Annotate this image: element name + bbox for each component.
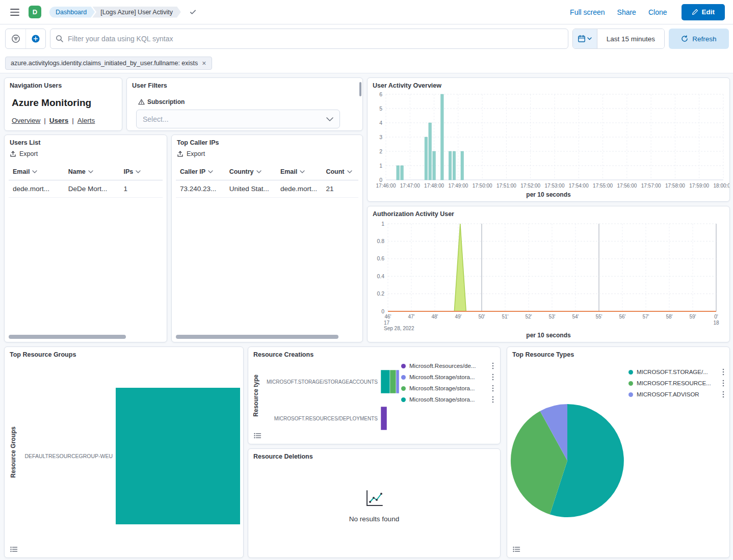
time-range-button[interactable]: Last 15 minutes — [597, 29, 664, 48]
space-avatar[interactable]: D — [29, 6, 41, 18]
svg-text:50': 50' — [478, 314, 485, 319]
legend-toggle-button[interactable] — [9, 544, 19, 554]
share-link[interactable]: Share — [617, 8, 636, 16]
column-header-caller-ip[interactable]: Caller IP — [176, 164, 225, 180]
svg-text:17:52:00: 17:52:00 — [520, 183, 540, 189]
list-icon — [10, 546, 17, 552]
panel-title: Top Resource Groups — [10, 351, 76, 358]
column-header-name[interactable]: Name — [64, 164, 120, 180]
calendar-icon — [578, 35, 586, 43]
svg-text:17:49:00: 17:49:00 — [448, 183, 468, 189]
svg-text:17:57:00: 17:57:00 — [641, 183, 661, 189]
kebab-menu-icon[interactable] — [722, 380, 724, 387]
legend-item[interactable]: Microsoft.Storage/stora... — [401, 374, 494, 381]
nav-link-overview[interactable]: Overview — [12, 117, 40, 124]
kql-search-input[interactable] — [68, 35, 563, 43]
kebab-menu-icon[interactable] — [492, 385, 494, 392]
export-label: Export — [187, 150, 205, 157]
chart-legend: Microsoft.Resources/de... Microsoft.Stor… — [401, 362, 494, 403]
fullscreen-link[interactable]: Full screen — [570, 8, 605, 16]
authorization-activity-chart[interactable]: 46'47'48'49'50'51'52'53'54'55'56'57'58'5… — [371, 219, 727, 332]
legend-toggle-button[interactable] — [511, 544, 521, 554]
table-cell: 21 — [322, 180, 358, 198]
panel-title: Resource Deletions — [253, 453, 313, 460]
panel-title: Navigation Users — [10, 82, 62, 89]
horizontal-scrollbar[interactable] — [176, 335, 358, 339]
horizontal-scrollbar[interactable] — [9, 335, 163, 339]
svg-text:17:58:00: 17:58:00 — [665, 183, 685, 189]
clone-link[interactable]: Clone — [648, 8, 667, 16]
column-header-country[interactable]: Country — [225, 164, 276, 180]
kebab-menu-icon[interactable] — [722, 368, 724, 376]
svg-text:52': 52' — [525, 314, 532, 319]
refresh-button[interactable]: Refresh — [669, 29, 729, 49]
column-header-email[interactable]: Email — [276, 164, 322, 180]
table-row[interactable]: 73.240.23... United Stat... dede.mort...… — [176, 180, 358, 198]
edit-button[interactable]: Edit — [682, 4, 725, 20]
legend-label: MICROSOFT.ADVISOR — [637, 391, 699, 397]
chevron-down-icon — [136, 170, 141, 173]
filter-pill-label: azure.activitylogs.identity.claims_initi… — [11, 60, 198, 67]
panel-authorization-activity: Authorization Activity User 46'47'48'49'… — [367, 206, 730, 342]
legend-item[interactable]: MICROSOFT.RESOURCE... — [629, 380, 724, 387]
panel-title: Users List — [10, 139, 40, 146]
kebab-menu-icon[interactable] — [492, 374, 494, 381]
time-picker-button[interactable] — [573, 29, 597, 48]
kibana-dashboard-app: D Dashboard [Logs Azure] User Activity F… — [0, 0, 733, 560]
scrollbar-thumb[interactable] — [176, 335, 338, 339]
filter-pill[interactable]: azure.activitylogs.identity.claims_initi… — [5, 57, 212, 70]
svg-text:17:48:00: 17:48:00 — [424, 183, 444, 189]
nav-link-alerts[interactable]: Alerts — [77, 117, 95, 124]
remove-filter-icon[interactable]: × — [202, 60, 206, 67]
legend-label: Microsoft.Storage/stora... — [409, 385, 475, 391]
table-row[interactable]: dede.mort... DeDe Mort... 1 — [9, 180, 163, 198]
svg-text:1: 1 — [379, 163, 382, 169]
check-icon — [189, 8, 197, 16]
export-button[interactable]: Export — [177, 150, 205, 157]
svg-text:17:50:00: 17:50:00 — [473, 183, 492, 189]
top-resource-groups-chart[interactable]: DEFAULTRESOURCEGROUP-WEU — [10, 361, 240, 551]
svg-text:54': 54' — [572, 314, 579, 319]
add-filter-button[interactable] — [25, 29, 45, 48]
no-results: No results found — [248, 489, 500, 523]
legend-dot — [629, 381, 633, 386]
svg-text:6: 6 — [379, 91, 382, 97]
legend-item[interactable]: Microsoft.Storage/stora... — [401, 396, 494, 403]
subscription-select[interactable]: Select... — [136, 110, 340, 128]
vertical-scrollbar[interactable] — [359, 82, 361, 96]
kebab-menu-icon[interactable] — [492, 396, 494, 403]
breadcrumb-dashboard[interactable]: Dashboard — [49, 7, 95, 18]
kql-search[interactable] — [50, 29, 568, 49]
legend-item[interactable]: MICROSOFT.STORAGE/... — [629, 368, 724, 376]
panel-user-activity-overview: User Activity Overview 17:46:0017:47:001… — [367, 77, 730, 202]
nav-link-users[interactable]: Users — [49, 117, 69, 124]
saved-query-menu-button[interactable] — [6, 29, 25, 48]
legend-toggle-button[interactable] — [252, 431, 263, 441]
pencil-icon — [692, 9, 698, 15]
filter-icon — [11, 34, 20, 43]
menu-button[interactable] — [8, 6, 21, 19]
time-range-label: Last 15 minutes — [607, 35, 655, 43]
kebab-menu-icon[interactable] — [722, 391, 724, 398]
chevron-down-icon — [208, 170, 213, 173]
column-header-email[interactable]: Email — [9, 164, 64, 180]
legend-item[interactable]: Microsoft.Resources/de... — [401, 362, 494, 369]
export-button[interactable]: Export — [10, 150, 38, 157]
user-activity-overview-chart[interactable]: 17:46:0017:47:0017:48:0017:49:0017:50:00… — [371, 90, 727, 191]
top-header: D Dashboard [Logs Azure] User Activity F… — [0, 0, 733, 24]
no-results-text: No results found — [349, 515, 399, 523]
svg-text:18: 18 — [713, 320, 719, 326]
column-header-count[interactable]: Count — [322, 164, 358, 180]
table-cell: United Stat... — [225, 180, 276, 198]
panel-top-resource-groups: Top Resource Groups Resource Groups DEFA… — [4, 346, 244, 558]
legend-item[interactable]: MICROSOFT.ADVISOR — [629, 391, 724, 398]
svg-text:48': 48' — [431, 314, 438, 319]
svg-text:58': 58' — [666, 314, 672, 319]
legend-item[interactable]: Microsoft.Storage/stora... — [401, 385, 494, 392]
separator: | — [44, 117, 46, 124]
column-header-ips[interactable]: IPs — [119, 164, 163, 180]
svg-text:0.4: 0.4 — [377, 273, 384, 279]
chart-empty-icon — [363, 489, 385, 508]
kebab-menu-icon[interactable] — [492, 362, 494, 369]
scrollbar-thumb[interactable] — [9, 335, 126, 339]
